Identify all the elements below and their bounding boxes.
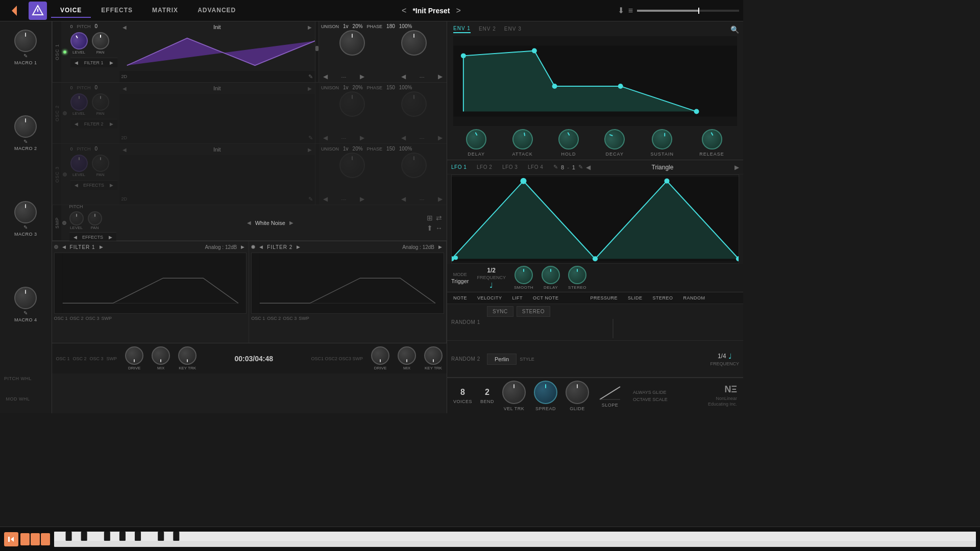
osc-3-knob-2[interactable] xyxy=(401,153,427,178)
env-search-icon[interactable]: 🔍 xyxy=(730,26,739,34)
hold-knob[interactable] xyxy=(558,129,579,149)
decay-knob[interactable] xyxy=(600,125,629,154)
mod-target-random[interactable]: RANDOM xyxy=(681,294,707,302)
mix-knob[interactable] xyxy=(152,346,170,365)
osc-3-pan-knob[interactable] xyxy=(92,155,109,172)
sample-shuffle-icon[interactable]: ⇄ xyxy=(435,214,443,222)
sample-resize-icon[interactable]: ↔ xyxy=(435,224,443,232)
spread-knob[interactable] xyxy=(534,381,557,404)
osc-2-level-knob[interactable] xyxy=(70,93,88,111)
filter-1-led[interactable] xyxy=(54,245,58,249)
glide-knob[interactable] xyxy=(566,381,589,404)
random-1-bar[interactable] xyxy=(612,319,614,338)
macro-4-pencil[interactable]: ✎ xyxy=(23,310,28,316)
attack-knob[interactable] xyxy=(509,126,535,152)
osc-1-nav-prev[interactable]: ◀ xyxy=(323,73,328,80)
osc-2-pan-knob[interactable] xyxy=(92,93,109,111)
macro-3-pencil[interactable]: ✎ xyxy=(23,224,28,230)
always-glide[interactable]: ALWAYS GLIDE xyxy=(631,389,670,395)
osc-3-slider[interactable] xyxy=(315,144,319,205)
osc-1-med-knob-1[interactable] xyxy=(339,30,365,56)
osc-2-filter-prev[interactable]: ◀ xyxy=(72,120,80,128)
release-knob[interactable] xyxy=(702,129,722,149)
veltrk-knob[interactable] xyxy=(502,381,526,404)
lfo-tab-1[interactable]: LFO 1 xyxy=(447,164,473,170)
sample-grid-icon[interactable]: ⊞ xyxy=(426,214,433,222)
logo-icon[interactable] xyxy=(29,2,47,20)
osc-2-slider[interactable] xyxy=(315,83,319,143)
tab-effects[interactable]: EFFECTS xyxy=(92,4,142,18)
lfo-tab-3[interactable]: LFO 3 xyxy=(498,164,524,170)
next-preset[interactable]: > xyxy=(456,6,461,15)
env-tab-2[interactable]: ENV 2 xyxy=(479,25,496,33)
lfo-pencil2-icon[interactable]: ✎ xyxy=(578,164,583,170)
mod-target-stereo[interactable]: STEREO xyxy=(650,294,675,302)
tab-advanced[interactable]: ADVANCED xyxy=(188,4,245,18)
sustain-knob[interactable] xyxy=(648,126,676,154)
lfo-tab-4[interactable]: LFO 4 xyxy=(524,164,549,170)
macro-3-knob[interactable] xyxy=(14,201,37,223)
mod-target-pressure[interactable]: PRESSURE xyxy=(588,294,620,302)
env-tab-1[interactable]: ENV 1 xyxy=(453,24,471,33)
macro-2-pencil[interactable]: ✎ xyxy=(23,139,28,144)
macro-2-knob[interactable] xyxy=(14,115,37,138)
lfo-stereo-knob[interactable] xyxy=(568,266,586,284)
osc-2-knob-2[interactable] xyxy=(401,91,427,117)
mod-target-slide[interactable]: SLIDE xyxy=(626,294,645,302)
octave-scale[interactable]: OCTAVE SCALE xyxy=(631,396,670,403)
env-tab-3[interactable]: ENV 3 xyxy=(504,25,522,33)
osc-3-knob-1[interactable] xyxy=(339,153,365,178)
osc-2-enabled[interactable] xyxy=(61,83,68,143)
osc-1-edit-icon[interactable]: ✎ xyxy=(308,73,313,80)
osc-3-level-knob[interactable] xyxy=(70,155,88,172)
mod-target-velocity[interactable]: VELOCITY xyxy=(475,294,504,302)
osc-1-wave-next[interactable]: ▶ xyxy=(308,24,312,30)
random-1-sync[interactable]: SYNC xyxy=(487,306,513,317)
osc-3-enabled[interactable] xyxy=(61,144,68,205)
macro-1-knob[interactable] xyxy=(14,30,37,52)
drive-knob-r[interactable] xyxy=(371,346,389,365)
osc-1-med-knob-2[interactable] xyxy=(401,30,427,56)
osc-1-filter-next[interactable]: ▶ xyxy=(108,59,115,66)
random-1-stereo[interactable]: STEREO xyxy=(517,306,550,317)
macro-1-pencil[interactable]: ✎ xyxy=(23,53,28,59)
osc-1-level-knob[interactable] xyxy=(67,29,90,53)
menu-icon[interactable]: ≡ xyxy=(628,6,633,15)
osc-2-filter-next[interactable]: ▶ xyxy=(108,120,115,128)
osc-1-pan-knob[interactable] xyxy=(92,32,109,49)
lfo-tab-2[interactable]: LFO 2 xyxy=(473,164,498,170)
osc-1-wave-prev[interactable]: ◀ xyxy=(122,24,127,30)
osc-1-nav-next[interactable]: ▶ xyxy=(360,73,364,80)
mix-knob-r[interactable] xyxy=(398,346,416,365)
osc-1-nav-prev2[interactable]: ◀ xyxy=(401,73,406,80)
back-button[interactable] xyxy=(4,2,24,20)
prev-preset[interactable]: < xyxy=(402,6,406,15)
tab-voice[interactable]: VOICE xyxy=(51,4,91,18)
drive-knob[interactable] xyxy=(125,346,143,365)
macro-4-knob[interactable] xyxy=(14,287,37,309)
mod-target-lift[interactable]: LIFT xyxy=(510,294,525,302)
osc-1-vertical-slider[interactable] xyxy=(315,21,319,82)
mod-target-octnote[interactable]: OCT NOTE xyxy=(531,294,560,302)
sample-level-knob[interactable] xyxy=(69,211,84,226)
sample-upload-icon[interactable]: ⬆ xyxy=(426,224,433,232)
osc-1-filter-prev[interactable]: ◀ xyxy=(72,59,80,66)
sample-led[interactable] xyxy=(62,221,66,225)
lfo-prev-arrow[interactable]: ◀ xyxy=(586,164,591,171)
lfo-delay-knob[interactable] xyxy=(542,266,560,284)
osc-1-nav-next2[interactable]: ▶ xyxy=(438,73,443,80)
save-icon[interactable]: ⬇ xyxy=(618,6,624,15)
lfo-pencil-icon[interactable]: ✎ xyxy=(553,164,558,170)
keytrk-knob[interactable] xyxy=(178,346,197,365)
lfo-next-arrow[interactable]: ▶ xyxy=(734,164,739,171)
tab-matrix[interactable]: MATRIX xyxy=(143,4,187,18)
lfo-smooth-knob[interactable] xyxy=(514,266,533,284)
mod-target-note[interactable]: NOTE xyxy=(451,294,469,302)
random-2-style[interactable]: Perlin xyxy=(487,354,517,365)
keytrk-knob-r[interactable] xyxy=(424,346,443,365)
osc-2-knob-1[interactable] xyxy=(339,91,365,117)
sample-pan-knob[interactable] xyxy=(88,211,102,226)
delay-knob[interactable] xyxy=(466,129,486,149)
osc-1-enabled[interactable] xyxy=(61,21,68,82)
filter-2-led[interactable] xyxy=(251,245,255,249)
